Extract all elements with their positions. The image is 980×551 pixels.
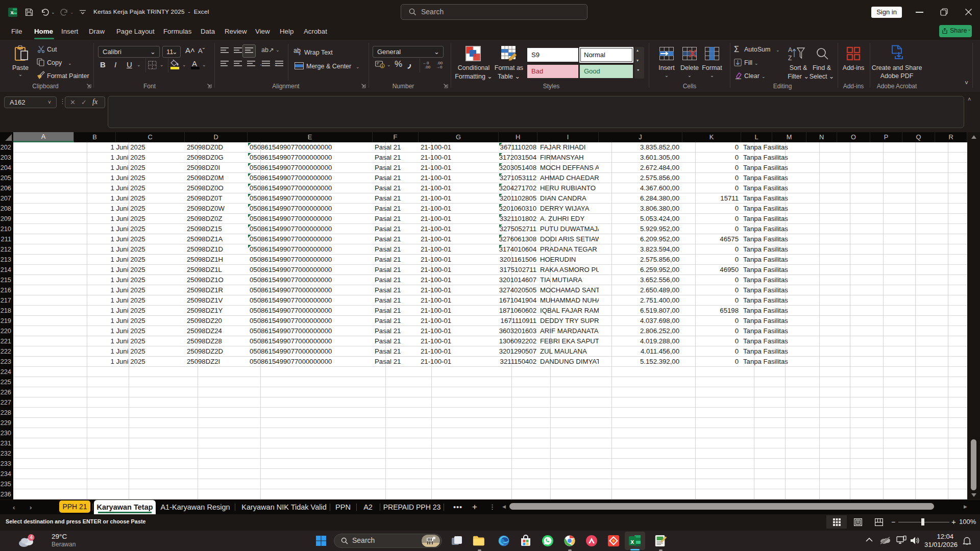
svg-text:→0: →0 <box>436 65 443 69</box>
svg-text:Z: Z <box>788 55 792 61</box>
svg-text:A: A <box>788 46 792 54</box>
svg-text:x: x <box>11 9 14 15</box>
svg-text:.00: .00 <box>425 65 431 69</box>
svg-text:x: x <box>630 538 634 545</box>
svg-text:4: 4 <box>30 535 33 540</box>
